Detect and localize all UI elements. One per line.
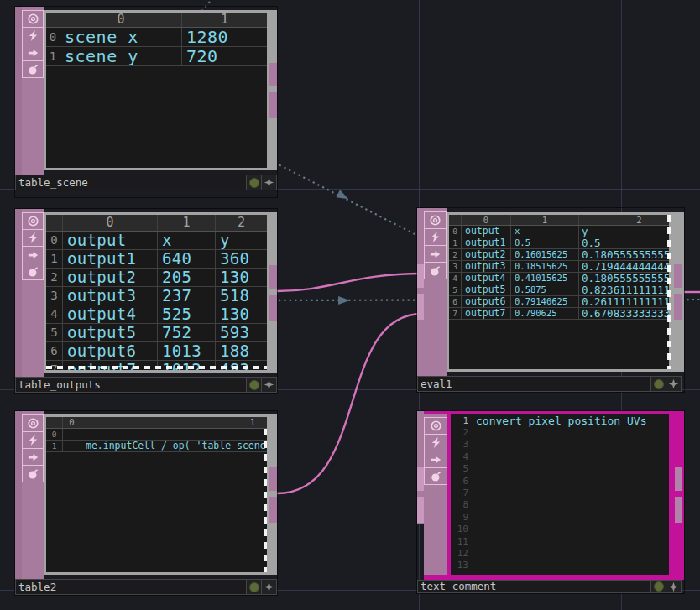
node-name-bar[interactable]: table_outputs bbox=[15, 377, 277, 393]
table-cell: 205 bbox=[158, 269, 216, 286]
cook-bomb-icon bbox=[429, 264, 441, 277]
bypass-lightning-icon bbox=[27, 29, 39, 42]
line-number: 2 bbox=[451, 427, 468, 438]
plus-icon bbox=[668, 581, 679, 592]
bypass-flag[interactable] bbox=[22, 28, 44, 44]
dat-table-viewer[interactable]: 0120outputxy1output16403602output2205130… bbox=[46, 215, 267, 370]
node-name-bar[interactable]: eval1 bbox=[417, 376, 682, 392]
table-cell: output3 bbox=[462, 261, 511, 272]
node-eval1[interactable]: 0120outputxy1output10.50.52output20.1601… bbox=[417, 208, 684, 392]
output-connector-1[interactable] bbox=[269, 467, 277, 491]
text-line: 8 bbox=[451, 499, 669, 511]
export-flag[interactable] bbox=[22, 449, 44, 466]
output-connector-2[interactable] bbox=[269, 295, 277, 321]
input-connector-2[interactable] bbox=[417, 497, 424, 523]
node-state-dot bbox=[249, 380, 259, 390]
input-connector-1[interactable] bbox=[417, 467, 424, 491]
bypass-flag[interactable] bbox=[424, 229, 447, 246]
node-expand-button[interactable] bbox=[666, 377, 681, 391]
network-editor-canvas[interactable]: { "canvas": { "background": "#1a1c22", "… bbox=[0, 0, 700, 610]
table-cell: 720 bbox=[182, 47, 267, 65]
viewer-active-flag[interactable] bbox=[22, 11, 44, 28]
more-columns-indicator bbox=[264, 429, 267, 572]
viewer-frame: 0120outputxy1output16403602output2205130… bbox=[44, 212, 277, 373]
output-connector-1[interactable] bbox=[269, 63, 277, 86]
export-flag[interactable] bbox=[22, 247, 44, 263]
line-number: 12 bbox=[451, 548, 468, 559]
cook-flag[interactable] bbox=[22, 466, 44, 482]
table-cell: 640 bbox=[158, 250, 216, 268]
viewer-active-flag[interactable] bbox=[424, 418, 447, 435]
text-line: 6 bbox=[451, 475, 669, 487]
cook-flag[interactable] bbox=[424, 468, 447, 485]
dat-table-viewer[interactable]: 0101me.inputCell / op( 'table_scene bbox=[46, 417, 267, 572]
node-expand-button[interactable] bbox=[261, 175, 276, 190]
plus-icon bbox=[264, 379, 274, 390]
output-connector-1[interactable] bbox=[674, 264, 682, 288]
text-line: 12 bbox=[451, 547, 669, 559]
table-row: 0outputxy bbox=[46, 232, 267, 250]
dat-table-viewer[interactable]: 0120outputxy1output10.50.52output20.1601… bbox=[449, 215, 669, 369]
node-name-bar[interactable]: table2 bbox=[15, 579, 277, 595]
viewer-active-flag[interactable] bbox=[424, 212, 447, 229]
bypass-flag[interactable] bbox=[22, 230, 44, 247]
node-name[interactable]: eval1 bbox=[418, 377, 650, 391]
node-name[interactable]: text_comment bbox=[418, 581, 650, 592]
cook-flag[interactable] bbox=[22, 263, 44, 280]
node-table2[interactable]: 0101me.inputCell / op( 'table_scene tabl… bbox=[15, 411, 277, 595]
input-connector-1[interactable] bbox=[417, 264, 424, 288]
output-connector-1[interactable] bbox=[269, 265, 277, 289]
node-text_comment[interactable]: 1convert pixel position UVs2345678910111… bbox=[417, 411, 684, 593]
table-cell: y bbox=[579, 226, 669, 237]
node-name-bar[interactable]: text_comment bbox=[417, 580, 682, 593]
output-connector-1[interactable] bbox=[675, 467, 682, 491]
export-flag[interactable] bbox=[424, 246, 447, 263]
table-row: 5output50.58750.8236111111111 bbox=[449, 284, 669, 296]
bypass-flag[interactable] bbox=[424, 435, 447, 451]
viewer-active-icon bbox=[27, 13, 39, 25]
node-name[interactable]: table_scene bbox=[16, 175, 246, 190]
table-cell: 130 bbox=[216, 269, 267, 286]
table-row: 6output61013188 bbox=[46, 342, 267, 361]
node-expand-button[interactable] bbox=[261, 378, 276, 392]
node-state-dot bbox=[654, 581, 664, 592]
flag-column bbox=[424, 208, 447, 376]
bypass-flag[interactable] bbox=[22, 432, 44, 449]
dat-table-viewer[interactable]: 010scene_x12801scene_y720 bbox=[46, 13, 267, 168]
output-connector-2[interactable] bbox=[675, 497, 682, 523]
cook-bomb-icon bbox=[27, 265, 39, 278]
input-connector-2[interactable] bbox=[417, 294, 424, 320]
output-connector-2[interactable] bbox=[269, 497, 277, 523]
text-line: 1convert pixel position UVs bbox=[451, 414, 669, 426]
export-flag[interactable] bbox=[22, 44, 44, 61]
table-cell: 3 bbox=[449, 261, 462, 272]
viewer-active-flag[interactable] bbox=[22, 415, 44, 432]
cook-bomb-icon bbox=[27, 63, 39, 76]
table-cell: scene_x bbox=[60, 28, 182, 46]
output-connector-2[interactable] bbox=[269, 92, 277, 118]
table-cell: 1 bbox=[182, 13, 267, 27]
node-name[interactable]: table2 bbox=[16, 580, 246, 594]
table-cell: 0 bbox=[46, 232, 63, 249]
node-state-dot-cell bbox=[246, 378, 261, 392]
node-table_outputs[interactable]: 0120outputxy1output16403602output2205130… bbox=[15, 209, 277, 393]
line-number: 4 bbox=[451, 451, 468, 462]
table-cell: output2 bbox=[462, 249, 511, 260]
viewer-active-flag[interactable] bbox=[22, 213, 44, 230]
node-table_scene[interactable]: 010scene_x12801scene_y720 table_scene bbox=[15, 7, 277, 197]
cook-flag[interactable] bbox=[424, 263, 447, 279]
text-line: 5 bbox=[451, 463, 669, 475]
node-name[interactable]: table_outputs bbox=[16, 378, 246, 392]
output-connector-2[interactable] bbox=[674, 294, 682, 320]
wire-table2-to-eval1[interactable] bbox=[277, 314, 422, 493]
table-cell: output bbox=[63, 232, 158, 249]
cook-flag[interactable] bbox=[22, 61, 44, 78]
node-name-bar[interactable]: table_scene bbox=[15, 175, 277, 190]
wire-table_outputs-to-eval1[interactable] bbox=[277, 274, 422, 291]
line-number: 5 bbox=[451, 463, 468, 474]
node-expand-button[interactable] bbox=[261, 580, 276, 594]
table-cell: 360 bbox=[216, 250, 267, 268]
node-expand-button[interactable] bbox=[666, 581, 681, 592]
text-dat-viewer[interactable]: 1convert pixel position UVs2345678910111… bbox=[451, 414, 669, 575]
export-flag[interactable] bbox=[424, 451, 447, 468]
